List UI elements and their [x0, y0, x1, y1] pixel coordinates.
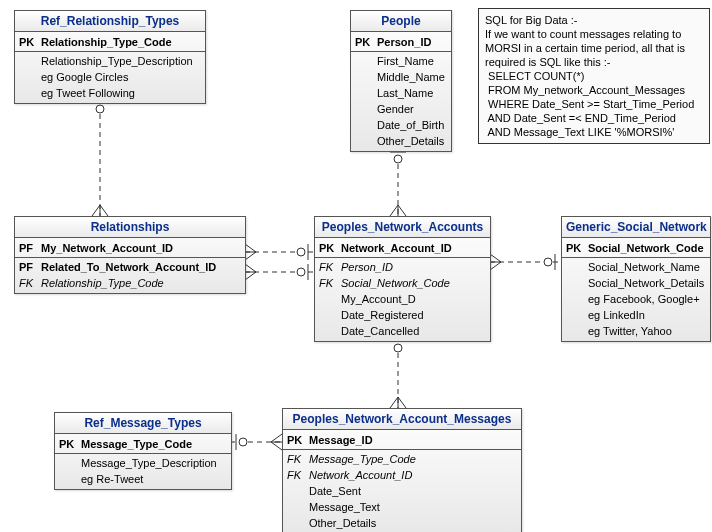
attr-name: Other_Details	[309, 516, 517, 530]
attr-name: Last_Name	[377, 86, 447, 100]
note-line: WHERE Date_Sent >= Start_Time_Period	[485, 97, 703, 111]
attr-name: Message_Type_Code	[81, 437, 227, 451]
entity-row: PKPerson_ID	[351, 34, 451, 50]
entity-body: PKMessage_IDFKMessage_Type_CodeFKNetwork…	[283, 430, 521, 532]
entity-row: PKMessage_Type_Code	[55, 436, 231, 452]
key-col	[59, 472, 81, 486]
entity-row: Message_Text	[283, 499, 521, 515]
key-col	[19, 86, 41, 100]
attr-name: Date_Cancelled	[341, 324, 486, 338]
divider	[351, 51, 451, 52]
key-col: FK	[319, 276, 341, 290]
key-col	[566, 292, 588, 306]
note-line: AND Date_Sent =< END_Time_Period	[485, 111, 703, 125]
svg-point-14	[297, 248, 305, 256]
key-col	[355, 70, 377, 84]
attr-name: Network_Account_ID	[309, 468, 517, 482]
entity-row: Other_Details	[283, 515, 521, 531]
key-col	[355, 86, 377, 100]
entity-row: Message_Type_Description	[55, 455, 231, 471]
entity-row: PKMessage_ID	[283, 432, 521, 448]
attr-name: eg Re-Tweet	[81, 472, 227, 486]
key-col: PF	[19, 241, 41, 255]
attr-name: Relationship_Type_Code	[41, 276, 241, 290]
entity-peoples-network-accounts: Peoples_Network_Accounts PKNetwork_Accou…	[314, 216, 491, 342]
entity-row: Date_Registered	[315, 307, 490, 323]
attr-name: My_Network_Account_ID	[41, 241, 241, 255]
key-col: PK	[355, 35, 377, 49]
svg-line-15	[245, 244, 256, 252]
key-col	[355, 134, 377, 148]
entity-ref-message-types: Ref_Message_Types PKMessage_Type_CodeMes…	[54, 412, 232, 490]
attr-name: Date_of_Birth	[377, 118, 447, 132]
key-col	[319, 292, 341, 306]
attr-name: Message_Text	[309, 500, 517, 514]
key-col	[19, 54, 41, 68]
entity-ref-relationship-types: Ref_Relationship_Types PKRelationship_Ty…	[14, 10, 206, 104]
entity-body: PKPerson_IDFirst_NameMiddle_NameLast_Nam…	[351, 32, 451, 151]
entity-row: eg Google Circles	[15, 69, 205, 85]
attr-name: eg Facebook, Google+	[588, 292, 706, 306]
entity-row: First_Name	[351, 53, 451, 69]
entity-row: Date_of_Birth	[351, 117, 451, 133]
entity-row: Middle_Name	[351, 69, 451, 85]
key-col	[59, 456, 81, 470]
entity-body: PFMy_Network_Account_IDPFRelated_To_Netw…	[15, 238, 245, 293]
entity-row: FKSocial_Network_Code	[315, 275, 490, 291]
entity-title: Relationships	[15, 217, 245, 238]
entity-row: FKNetwork_Account_ID	[283, 467, 521, 483]
key-col	[355, 118, 377, 132]
note-line: required is SQL like this :-	[485, 55, 703, 69]
entity-row: Relationship_Type_Description	[15, 53, 205, 69]
entity-row: eg Tweet Following	[15, 85, 205, 101]
divider	[283, 449, 521, 450]
svg-line-16	[245, 252, 256, 260]
key-col	[566, 260, 588, 274]
svg-point-26	[544, 258, 552, 266]
divider	[15, 257, 245, 258]
entity-row: Date_Sent	[283, 483, 521, 499]
attr-name: eg LinkedIn	[588, 308, 706, 322]
entity-body: PKMessage_Type_CodeMessage_Type_Descript…	[55, 434, 231, 489]
attr-name: My_Account_D	[341, 292, 486, 306]
key-col: FK	[287, 468, 309, 482]
attr-name: eg Tweet Following	[41, 86, 201, 100]
entity-row: eg Twitter, Yahoo	[562, 323, 710, 339]
entity-row: Gender	[351, 101, 451, 117]
svg-line-28	[490, 262, 501, 270]
note-line: SELECT COUNT(*)	[485, 69, 703, 83]
note-line: AND Message_Text LIKE '%MORSI%'	[485, 125, 703, 139]
svg-line-39	[271, 434, 282, 442]
divider	[55, 453, 231, 454]
svg-point-20	[297, 268, 305, 276]
key-col: PK	[19, 35, 41, 49]
svg-point-2	[96, 105, 104, 113]
entity-row: Date_Cancelled	[315, 323, 490, 339]
divider	[15, 51, 205, 52]
key-col: PK	[566, 241, 588, 255]
entity-title: Peoples_Network_Account_Messages	[283, 409, 521, 430]
entity-body: PKSocial_Network_CodeSocial_Network_Name…	[562, 238, 710, 341]
key-col	[287, 516, 309, 530]
entity-body: PKRelationship_Type_CodeRelationship_Typ…	[15, 32, 205, 103]
attr-name: Person_ID	[341, 260, 486, 274]
attr-name: First_Name	[377, 54, 447, 68]
divider	[315, 257, 490, 258]
attr-name: Person_ID	[377, 35, 447, 49]
attr-name: Social_Network_Code	[341, 276, 486, 290]
attr-name: Message_Type_Description	[81, 456, 227, 470]
key-col: FK	[287, 452, 309, 466]
attr-name: Relationship_Type_Description	[41, 54, 201, 68]
sql-note-box: SQL for Big Data :- If we want to count …	[478, 8, 710, 144]
divider	[562, 257, 710, 258]
svg-line-9	[390, 205, 398, 216]
svg-line-34	[398, 397, 406, 408]
attr-name: eg Twitter, Yahoo	[588, 324, 706, 338]
entity-row: eg Facebook, Google+	[562, 291, 710, 307]
key-col	[287, 484, 309, 498]
entity-body: PKNetwork_Account_IDFKPerson_IDFKSocial_…	[315, 238, 490, 341]
entity-row: Other_Details	[351, 133, 451, 149]
svg-point-38	[239, 438, 247, 446]
key-col: PF	[19, 260, 41, 274]
attr-name: Date_Sent	[309, 484, 517, 498]
